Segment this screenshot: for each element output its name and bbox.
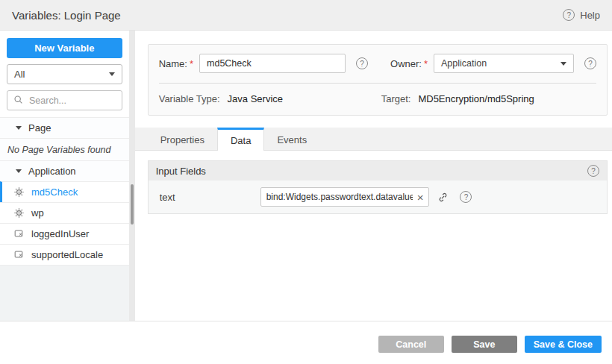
cancel-button[interactable]: Cancel <box>378 336 444 353</box>
variable-name: wp <box>31 207 44 219</box>
help-button[interactable]: Help <box>563 9 600 21</box>
clear-binding-icon[interactable] <box>417 192 424 203</box>
chevron-down-icon <box>561 62 566 66</box>
search-icon <box>13 95 25 106</box>
group-label: Application <box>28 166 76 177</box>
chevron-down-icon <box>109 72 115 76</box>
owner-select[interactable]: Application <box>434 54 574 73</box>
group-label: Page <box>28 122 51 134</box>
collapse-caret-icon <box>16 126 22 130</box>
tree-group-application[interactable]: Application <box>0 160 129 181</box>
sidebar-item-loggedinuser[interactable]: loggedInUser <box>0 223 129 244</box>
tab-properties[interactable]: Properties <box>148 128 217 150</box>
required-asterisk: * <box>424 58 428 69</box>
variables-sidebar: New Variable All Page No Page Variables … <box>0 31 129 321</box>
owner-label: Owner:* <box>390 58 429 69</box>
help-icon <box>563 9 575 21</box>
variable-name: md5Check <box>31 186 78 198</box>
tab-events[interactable]: Events <box>264 128 319 150</box>
bind-input-wrapper <box>260 187 430 207</box>
variables-tree: Page No Page Variables found Application… <box>0 117 129 321</box>
bind-expression-input[interactable] <box>266 192 413 202</box>
required-asterisk: * <box>190 58 193 69</box>
sidebar-item-supportedlocale[interactable]: supportedLocale <box>0 244 129 265</box>
name-input[interactable] <box>199 54 346 73</box>
new-variable-button[interactable]: New Variable <box>7 38 122 58</box>
sidebar-item-wp[interactable]: wp <box>0 202 129 223</box>
variable-name: supportedLocale <box>31 249 103 260</box>
page-empty-note: No Page Variables found <box>0 138 129 160</box>
search-box[interactable] <box>7 90 122 110</box>
input-fields-help-icon[interactable] <box>587 165 599 177</box>
field-row-text: text <box>156 187 599 207</box>
input-fields-section: Input Fields text <box>148 160 608 214</box>
target-value: MD5Encryption/md5Spring <box>418 93 534 104</box>
detail-tabbar: Properties Data Events <box>135 128 612 151</box>
tab-data[interactable]: Data <box>217 128 264 151</box>
variable-summary-card: Name:* Owner:* Application Variable Type… <box>148 44 608 116</box>
card-divider <box>159 83 596 84</box>
search-input[interactable] <box>29 95 116 106</box>
bind-link-icon[interactable] <box>437 192 449 203</box>
name-help-icon[interactable] <box>356 57 368 69</box>
name-label: Name:* <box>159 58 195 69</box>
input-fields-body: text <box>149 181 607 213</box>
tree-group-page[interactable]: Page <box>0 117 129 138</box>
java-service-icon <box>13 207 25 219</box>
save-and-close-button[interactable]: Save & Close <box>525 336 602 353</box>
save-button[interactable]: Save <box>452 336 517 353</box>
variable-icon <box>13 228 25 239</box>
target-label: Target: <box>381 93 411 104</box>
field-name-label: text <box>156 192 260 203</box>
java-service-icon <box>13 186 25 198</box>
owner-help-icon[interactable] <box>584 57 596 69</box>
input-fields-header: Input Fields <box>149 161 607 181</box>
help-label: Help <box>580 10 600 21</box>
collapse-caret-icon <box>16 169 22 173</box>
sidebar-item-md5check[interactable]: md5Check <box>0 181 129 202</box>
scrollbar-thumb[interactable] <box>131 184 134 225</box>
page-title: Variables: Login Page <box>12 9 121 22</box>
app-header: Variables: Login Page Help <box>0 0 612 31</box>
variable-icon <box>13 249 25 260</box>
variable-detail-panel: Name:* Owner:* Application Variable Type… <box>135 31 612 321</box>
variable-type-value: Java Service <box>228 93 283 104</box>
variable-name: loggedInUser <box>31 228 89 239</box>
variable-type-label: Variable Type: <box>159 93 220 104</box>
sidebar-filler <box>0 265 129 321</box>
owner-selected-value: Application <box>441 58 487 69</box>
sidebar-scrollbar[interactable] <box>129 31 135 321</box>
filter-selected-value: All <box>14 69 25 80</box>
variable-filter-select[interactable]: All <box>7 64 122 84</box>
input-fields-title: Input Fields <box>156 166 206 177</box>
bind-help-icon[interactable] <box>460 191 472 203</box>
action-footer: Cancel Save Save & Close <box>0 321 612 364</box>
